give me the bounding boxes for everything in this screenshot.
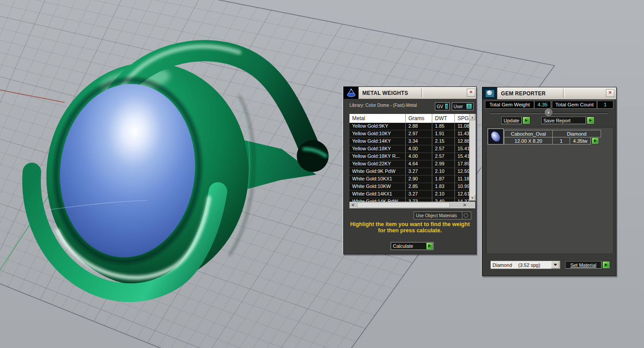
scroll-right-button[interactable]: > [461,202,468,208]
metal-name-cell: Yellow Gold:18KY [349,145,406,152]
calculate-arrow-icon[interactable]: ▶ [426,242,433,250]
metal-value-cell: 11.43 [455,130,469,137]
metal-value-cell: 2.97 [406,130,432,137]
material-dropdown[interactable]: Diamond (3.52 spg) [490,261,560,269]
user-toggle-label: User [452,104,466,109]
gem-weight-cell[interactable]: 4.35tw [570,137,591,145]
metal-value-cell: 11.18 [455,176,469,183]
metal-value-cell: 3.34 [406,138,432,145]
metal-value-cell: 2.15 [432,138,455,145]
metal-weights-close-button[interactable]: ✕ [467,89,475,97]
metal-name-cell: White Gold:10KW [349,183,406,190]
gem-size-cell[interactable]: 12.00 X 8.20 [504,137,553,145]
metal-weights-table: MetalGramsDWTSPG Yellow Gold:9KY2.881.85… [349,114,469,206]
metal-table-row[interactable]: White Gold:14KX13.272.1012.61 [349,191,469,198]
calculate-button[interactable]: Calculate ▶ [391,242,434,250]
material-dropdown-spg: (3.52 spg) [518,262,540,268]
table-horizontal-scrollbar[interactable]: < > [349,202,475,208]
metal-table-row[interactable]: Yellow Gold:9KY2.881.8511.08 [349,123,469,130]
save-report-arrow-icon[interactable]: ▶ [587,117,594,124]
metal-weights-title: METAL WEIGHTS [359,90,408,96]
metal-table-row[interactable]: Yellow Gold:10KY2.971.9111.43 [349,130,469,138]
use-object-materials-toggle[interactable]: Use Object Materials [414,211,471,219]
metal-name-cell: White Gold:9K PdW [349,168,406,175]
gem-shape-header[interactable]: Cabochon_Oval [504,130,553,137]
total-gem-count-label-box: Total Gem Count [552,101,597,109]
user-toggle-button[interactable]: User I [452,102,473,110]
instruction-line-1: Highlight the item you want to find the … [344,221,476,227]
metal-name-cell: Yellow Gold:22KY [349,160,406,168]
metal-value-cell: 15.41 [455,153,469,160]
metal-table-row[interactable]: White Gold:10KW2.851.8310.99 [349,183,469,191]
gem-reporter-title: GEM REPORTER [497,90,546,97]
metal-weights-panel: METAL WEIGHTS ✕ Library: Color Dome - (F… [343,86,477,254]
dropdown-arrow-button[interactable] [551,261,559,269]
metal-value-cell: 1.91 [432,130,455,137]
scroll-up-button[interactable]: ▲ [469,114,475,120]
gv-toggle-button[interactable]: GV I [435,102,450,110]
metal-name-cell: Yellow Gold:9KY [349,123,406,130]
total-gem-weight-value: 4.35 [538,102,547,107]
collapse-arrow-icon: ▲ [547,111,550,114]
metal-value-cell: 12.88 [455,138,469,145]
metal-table-row[interactable]: Yellow Gold:18KY4.002.5715.41 [349,145,469,153]
gem-count-cell[interactable]: 1 [552,137,570,145]
material-library-label: Library: Color Dome - (Fast)-Metal [349,103,417,108]
save-report-label: Save Report [543,118,570,123]
metal-value-cell: 2.57 [432,153,455,160]
metal-table-row[interactable]: Yellow Gold:14KY3.342.1512.88 [349,138,469,145]
metal-value-cell: 10.99 [455,183,469,190]
use-object-materials-label: Use Object Materials [416,213,462,218]
update-arrow-icon[interactable]: ▶ [523,117,530,124]
update-label: Update [504,118,519,123]
scroll-left-button[interactable]: < [349,202,357,208]
gem-row-arrow-icon[interactable]: ▶ [592,137,599,144]
gem-material-header[interactable]: Diamond [552,130,601,137]
column-header-metal[interactable]: Metal [349,114,406,123]
metal-value-cell: 3.27 [406,191,432,198]
calculate-label: Calculate [391,243,426,249]
column-header-dwt[interactable]: DWT [432,114,455,123]
metal-weights-titlebar[interactable]: METAL WEIGHTS ✕ [344,87,476,99]
metal-value-cell: 17.89 [455,160,469,168]
gem-reporter-close-button[interactable]: ✕ [606,89,614,97]
metal-name-cell: White Gold:10KX1 [349,176,406,183]
metal-table-row[interactable]: Yellow Gold:22KY4.642.9917.89 [349,160,469,168]
instruction-line-2: for then press calculate. [344,227,476,234]
metal-table-body: Yellow Gold:9KY2.881.8511.08Yellow Gold:… [349,123,469,206]
column-header-spg[interactable]: SPG [455,114,469,123]
metal-value-cell: 15.41 [455,145,469,152]
use-object-materials-radio[interactable] [462,212,469,219]
metal-value-cell: 2.99 [432,160,455,168]
column-header-grams[interactable]: Grams [406,114,432,123]
scroll-down-button[interactable]: ▼ [469,195,475,201]
metal-table-header: MetalGramsDWTSPG [349,114,469,123]
update-button[interactable]: Update [501,117,522,124]
metal-table-row[interactable]: Yellow Gold:18KY R...4.002.5715.41 [349,153,469,160]
metal-name-cell: Yellow Gold:10KY [349,130,406,137]
gem-thumbnail[interactable] [488,129,504,145]
gem-reporter-titlebar[interactable]: GEM REPORTER ✕ [482,87,616,99]
metal-value-cell: 11.08 [455,123,469,130]
gv-toggle-label: GV [435,104,445,109]
metal-name-cell: White Gold:14KX1 [349,191,406,198]
table-vertical-scrollbar[interactable]: ▲ ▼ [469,114,476,201]
titlebar-divider [421,88,423,98]
set-material-button[interactable]: Set Material [565,261,601,269]
instruction-text: Highlight the item you want to find the … [344,221,476,234]
set-material-arrow-icon[interactable]: ▶ [602,261,610,269]
total-gem-weight-label-box: Total Gem Weight [485,101,534,109]
metal-value-cell: 2.10 [432,168,455,175]
gv-toggle-indicator: I [445,103,448,109]
titlebar-divider [563,89,565,98]
total-gem-weight-value-box: 4.35 [534,101,551,109]
collapse-button[interactable]: ▲ [545,109,552,116]
horizontal-scroll-thumb[interactable] [357,202,450,208]
set-material-label: Set Material [570,262,597,268]
gem-list-container: Cabochon_Oval Diamond 12.00 X 8.20 1 4.3… [486,127,613,254]
save-report-button[interactable]: Save Report [541,117,586,124]
metal-table-row[interactable]: White Gold:10KX12.901.8711.18 [349,176,469,183]
metal-table-row[interactable]: White Gold:9K PdW3.272.1012.59 [349,168,469,176]
application-window: METAL WEIGHTS ✕ Library: Color Dome - (F… [0,0,644,348]
metal-value-cell: 3.27 [406,168,432,175]
